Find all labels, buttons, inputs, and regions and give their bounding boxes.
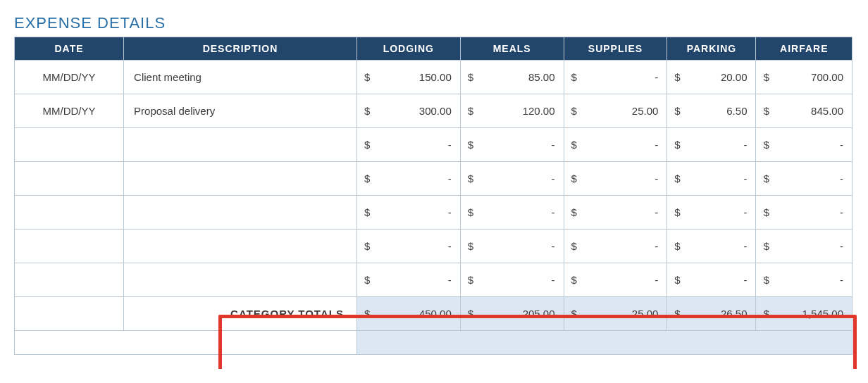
currency-symbol: $ xyxy=(364,308,370,320)
cell-airfare[interactable]: $ - xyxy=(756,128,852,162)
cell-parking[interactable]: $ - xyxy=(667,196,756,230)
cell-airfare[interactable]: $ 845.00 xyxy=(756,94,852,128)
cell-lodging[interactable]: $ 150.00 xyxy=(356,61,460,94)
amount-value: - xyxy=(448,274,452,286)
cell-lodging[interactable]: $ - xyxy=(356,162,460,196)
cell-parking[interactable]: $ 20.00 xyxy=(667,61,756,94)
cell-supplies[interactable]: $ - xyxy=(564,263,667,297)
cell-lodging[interactable]: $ - xyxy=(356,230,460,263)
cell-airfare[interactable]: $ - xyxy=(756,230,852,263)
cell-parking[interactable]: $ - xyxy=(667,230,756,263)
cell-meals[interactable]: $ - xyxy=(460,196,564,230)
cell-date[interactable] xyxy=(15,263,124,297)
cell-meals[interactable]: $ - xyxy=(460,162,564,196)
cell-lodging[interactable]: $ - xyxy=(356,128,460,162)
amount-value: - xyxy=(840,240,843,252)
amount-value: - xyxy=(552,139,555,151)
amount-value: - xyxy=(655,206,658,218)
table-row: $ - $ - $ - $ - $ - xyxy=(15,162,852,196)
table-row: $ - $ - $ - $ - $ - xyxy=(15,128,852,162)
header-airfare: AIRFARE xyxy=(756,37,852,61)
cell-parking[interactable]: $ - xyxy=(667,162,756,196)
amount-value: 20.00 xyxy=(721,71,748,83)
currency-symbol: $ xyxy=(674,240,680,252)
cell-description[interactable] xyxy=(124,162,357,196)
amount-value: - xyxy=(448,240,452,252)
amount-value: 300.00 xyxy=(419,105,452,117)
amount-value: - xyxy=(655,240,658,252)
cell-description[interactable] xyxy=(124,230,357,263)
expense-table: DATE DESCRIPTION LODGING MEALS SUPPLIES … xyxy=(14,37,852,355)
cell-supplies[interactable]: $ - xyxy=(564,61,667,94)
cell-date[interactable] xyxy=(15,196,124,230)
cell-total-parking[interactable]: $ 26.50 xyxy=(667,297,756,331)
table-header-row: DATE DESCRIPTION LODGING MEALS SUPPLIES … xyxy=(15,37,852,61)
currency-symbol: $ xyxy=(571,172,577,184)
totals-blank xyxy=(15,297,124,331)
currency-symbol: $ xyxy=(468,139,473,151)
cell-description[interactable] xyxy=(124,263,357,297)
cell-meals[interactable]: $ - xyxy=(460,230,564,263)
cell-airfare[interactable]: $ - xyxy=(756,162,852,196)
cell-description[interactable] xyxy=(124,128,357,162)
amount-value: 25.00 xyxy=(632,308,659,320)
cell-parking[interactable]: $ - xyxy=(667,128,756,162)
amount-value: - xyxy=(448,206,452,218)
cell-date[interactable] xyxy=(15,162,124,196)
amount-value: - xyxy=(655,172,658,184)
cell-supplies[interactable]: $ - xyxy=(564,128,667,162)
currency-symbol: $ xyxy=(763,274,769,286)
cell-supplies[interactable]: $ - xyxy=(564,162,667,196)
cell-date[interactable] xyxy=(15,128,124,162)
cell-date[interactable]: MM/DD/YY xyxy=(15,94,124,128)
table-row: MM/DD/YY Proposal delivery $ 300.00 $ 12… xyxy=(15,94,852,128)
cell-meals[interactable]: $ 120.00 xyxy=(460,94,564,128)
cell-total-supplies[interactable]: $ 25.00 xyxy=(564,297,667,331)
currency-symbol: $ xyxy=(571,308,577,320)
cell-airfare[interactable]: $ - xyxy=(756,196,852,230)
currency-symbol: $ xyxy=(364,172,370,184)
cell-meals[interactable]: $ - xyxy=(460,128,564,162)
cell-airfare[interactable]: $ - xyxy=(756,263,852,297)
cell-supplies[interactable]: $ - xyxy=(564,196,667,230)
currency-symbol: $ xyxy=(571,105,577,117)
spacer-right xyxy=(356,331,852,355)
amount-value: 450.00 xyxy=(419,308,452,320)
amount-value: - xyxy=(840,206,843,218)
amount-value: - xyxy=(655,139,658,151)
currency-symbol: $ xyxy=(364,274,370,286)
cell-lodging[interactable]: $ 300.00 xyxy=(356,94,460,128)
cell-supplies[interactable]: $ 25.00 xyxy=(564,94,667,128)
header-date: DATE xyxy=(15,37,124,61)
cell-parking[interactable]: $ 6.50 xyxy=(667,94,756,128)
currency-symbol: $ xyxy=(763,206,769,218)
cell-description[interactable] xyxy=(124,196,357,230)
currency-symbol: $ xyxy=(763,172,769,184)
table-row: $ - $ - $ - $ - $ - xyxy=(15,230,852,263)
currency-symbol: $ xyxy=(674,105,680,117)
currency-symbol: $ xyxy=(571,274,577,286)
currency-symbol: $ xyxy=(364,71,370,83)
table-row: $ - $ - $ - $ - $ - xyxy=(15,196,852,230)
currency-symbol: $ xyxy=(468,240,473,252)
cell-airfare[interactable]: $ 700.00 xyxy=(756,61,852,94)
cell-description[interactable]: Proposal delivery xyxy=(124,94,357,128)
cell-total-airfare[interactable]: $ 1,545.00 xyxy=(756,297,852,331)
cell-date[interactable] xyxy=(15,230,124,263)
cell-meals[interactable]: $ - xyxy=(460,263,564,297)
cell-lodging[interactable]: $ - xyxy=(356,263,460,297)
amount-value: 205.00 xyxy=(523,308,555,320)
currency-symbol: $ xyxy=(364,105,370,117)
cell-date[interactable]: MM/DD/YY xyxy=(15,61,124,94)
amount-value: - xyxy=(743,274,747,286)
cell-description[interactable]: Client meeting xyxy=(124,61,357,94)
amount-value: - xyxy=(743,172,747,184)
currency-symbol: $ xyxy=(571,206,577,218)
cell-supplies[interactable]: $ - xyxy=(564,230,667,263)
cell-lodging[interactable]: $ - xyxy=(356,196,460,230)
cell-meals[interactable]: $ 85.00 xyxy=(460,61,564,94)
section-title: EXPENSE DETAILS xyxy=(14,14,861,32)
cell-total-meals[interactable]: $ 205.00 xyxy=(460,297,564,331)
cell-parking[interactable]: $ - xyxy=(667,263,756,297)
cell-total-lodging[interactable]: $ 450.00 xyxy=(356,297,460,331)
